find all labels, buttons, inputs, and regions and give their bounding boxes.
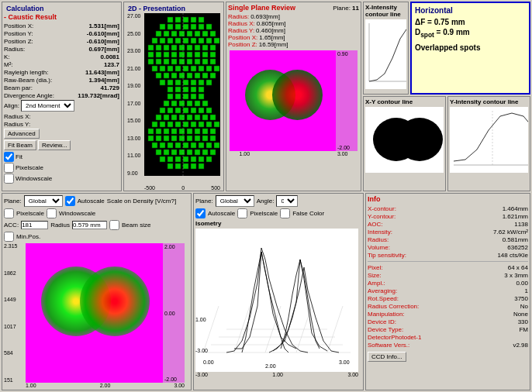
svg-rect-151 [187, 150, 192, 155]
svg-rect-115 [183, 122, 188, 127]
svg-rect-51 [179, 59, 185, 64]
svg-rect-121 [156, 129, 161, 134]
bl-scale-density-label: Scale on Density [V/cm?] [107, 198, 176, 205]
bl-plane-dropdown[interactable]: Global [24, 195, 63, 207]
svg-rect-152 [195, 150, 200, 155]
svg-rect-84 [199, 87, 204, 92]
iso-xlabel: 3.00 [339, 359, 350, 365]
fit-checkbox-row: Fit [4, 152, 119, 162]
svg-rect-85 [168, 94, 173, 99]
field-position-z: Position Z: -0.610[mm] [4, 38, 119, 45]
bl-autoscale-label: Autoscale [78, 198, 105, 205]
svg-rect-145 [206, 143, 212, 148]
bl-pixelscale-label: Pixelscale [16, 210, 44, 217]
bl-minpos-label: Min.Pos. [16, 233, 40, 240]
bl-radius-input[interactable] [72, 221, 107, 229]
plane-y-scale: 0.90 -2.00 [336, 50, 358, 151]
svg-rect-104 [164, 115, 169, 120]
svg-rect-148 [164, 150, 169, 155]
bl-windowscale-checkbox[interactable] [47, 208, 57, 218]
bm-angle-dropdown[interactable]: 0° [276, 195, 298, 207]
sr-pos-x: Position X: 1.65[mm] [228, 34, 288, 41]
bl-autoscale-checkbox[interactable] [65, 196, 75, 206]
bm-falsecolor-checkbox[interactable] [280, 208, 290, 218]
windowscale-checkbox[interactable] [4, 174, 14, 184]
fit-checkbox[interactable] [4, 152, 14, 162]
align-dropdown[interactable]: 2nd Moment [21, 100, 74, 112]
svg-rect-161 [206, 156, 212, 162]
bm-toolbar: Plane: Global Angle: 0° [195, 195, 361, 207]
bl-y-labels: 2.315 1862 1449 1017 584 151 [4, 243, 26, 383]
svg-rect-57 [160, 66, 165, 71]
info-rotspeed: Rot.Speed: 3750 [368, 295, 528, 302]
svg-rect-7 [175, 24, 181, 29]
bl-beamsize-checkbox[interactable] [109, 220, 119, 230]
svg-rect-40 [164, 52, 169, 57]
info-intensity: Intensity: 7.62 kW/cm² [368, 229, 528, 236]
svg-rect-79 [206, 80, 212, 85]
info-manipulation: Manipulation: None [368, 311, 528, 318]
svg-rect-22 [168, 38, 173, 43]
info-devicetype: Device Type: FM [368, 326, 528, 333]
review-button[interactable]: Review... [38, 140, 71, 150]
svg-rect-105 [171, 115, 177, 120]
svg-rect-8 [183, 24, 188, 29]
svg-rect-100 [191, 108, 196, 113]
svg-rect-66 [164, 73, 169, 78]
svg-rect-67 [171, 73, 177, 78]
info-tipsensitivity: Tip sensitivity: 148 cts/Kle [368, 252, 528, 259]
annotation-line3: Dspot = 0.9 mm [415, 28, 526, 39]
bm-autoscale-label: Autoscale [208, 210, 235, 217]
svg-rect-155 [160, 156, 165, 162]
svg-rect-12 [156, 31, 161, 36]
svg-rect-82 [183, 87, 188, 92]
svg-rect-109 [202, 115, 208, 120]
field-rawbeam: Raw-Beam (dia.): 1.394[mm] [4, 77, 119, 84]
bl-minpos-checkbox[interactable] [4, 232, 14, 242]
advanced-button[interactable]: Advanced [4, 129, 40, 139]
bm-pixelscale-checkbox[interactable] [237, 208, 247, 218]
2d-presentation-panel: 2D - Presentation 27.00 25.00 23.00 21.0… [123, 2, 224, 191]
svg-rect-25 [191, 38, 196, 43]
svg-rect-111 [152, 122, 157, 127]
svg-rect-146 [214, 143, 219, 148]
svg-rect-131 [164, 136, 169, 141]
bm-autoscale-checkbox[interactable] [195, 208, 206, 218]
spot-right [272, 70, 323, 120]
bl-acc-input[interactable] [21, 221, 48, 229]
bl-radius-label: Radius [50, 222, 70, 229]
info-ampl: Ampl.: 0.00 [368, 280, 528, 287]
pixelscale-checkbox-row: Pixelscale [4, 163, 119, 173]
bm-plane-dropdown[interactable]: Global [216, 195, 254, 207]
svg-rect-56 [152, 66, 157, 71]
svg-rect-24 [183, 38, 188, 43]
plane-label: Plane: 11 [333, 5, 359, 12]
bm-angle-label: Angle: [257, 198, 275, 205]
svg-rect-16 [187, 31, 192, 36]
y-intensity-title: Y-Intensity contour line [450, 98, 528, 105]
svg-rect-112 [160, 122, 165, 127]
svg-rect-0 [168, 17, 173, 22]
svg-line-176 [327, 306, 343, 352]
fit-beam-button[interactable]: Fit Beam [4, 140, 36, 150]
pixelscale-checkbox[interactable] [4, 163, 14, 173]
bl-pixelscale-checkbox[interactable] [4, 208, 14, 218]
svg-rect-159 [191, 156, 196, 162]
bl-toolbar-4: Min.Pos. [4, 232, 189, 242]
svg-rect-5 [160, 24, 165, 29]
field-radius: Radius: 0.697[mm] [4, 46, 119, 53]
bl-windowscale-label: Windowscale [59, 210, 95, 217]
x-intensity-curve [369, 26, 406, 81]
bm-plane-label: Plane: [195, 198, 213, 205]
svg-rect-89 [199, 94, 204, 99]
svg-rect-157 [175, 156, 181, 162]
annotation-line5: Overlapped spots [415, 43, 526, 52]
radius-x-label: Radius X: [4, 113, 31, 120]
bottom-right-panel: Info X-contour: 1.464mm Y-contour: 1.621… [365, 193, 530, 390]
ccd-info-button[interactable]: CCD Info... [368, 352, 406, 362]
xy-contour-blob-right [396, 118, 443, 161]
bottom-row: Plane: Global Autoscale Scale on Density… [2, 193, 530, 390]
bottom-mid-panel: Plane: Global Angle: 0° Autoscale Pixels… [193, 193, 364, 390]
main-container: Calculation - Caustic Result Position X:… [0, 0, 532, 392]
svg-rect-27 [206, 38, 212, 43]
